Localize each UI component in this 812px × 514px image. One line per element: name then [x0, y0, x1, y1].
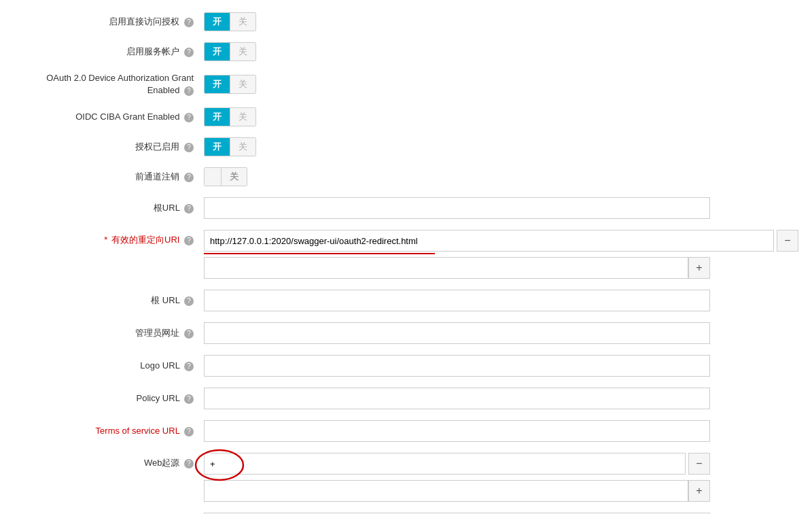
toggle-direct-access[interactable]: 开 关	[204, 12, 256, 31]
toggle-device-auth[interactable]: 开 关	[204, 75, 256, 94]
settings-form: 启用直接访问授权 ? 开 关 启用服务帐户 ? 开 关 OAuth 2.0 De…	[0, 0, 812, 514]
input-add-redirect[interactable]	[204, 257, 688, 279]
control-web-origins: − +	[204, 453, 798, 502]
label-root-url2: 根 URL ?	[14, 294, 204, 307]
row-policy-url: Policy URL ?	[0, 382, 812, 415]
toggle-on-front-channel[interactable]: 关	[222, 168, 247, 186]
help-icon-logo-url[interactable]: ?	[184, 362, 194, 371]
help-icon-admin-url[interactable]: ?	[184, 329, 194, 339]
help-icon-policy-url[interactable]: ?	[184, 394, 194, 404]
row-root-url: 根URL ?	[0, 192, 812, 224]
row-redirect-uri: * 有效的重定向URI ? − +	[0, 224, 812, 284]
control-service-account: 开 关	[204, 42, 798, 61]
row-front-channel: 前通道注销 ? 关	[0, 162, 812, 192]
row-direct-access: 启用直接访问授权 ? 开 关	[0, 7, 812, 37]
label-ciba-grant: OIDC CIBA Grant Enabled ?	[14, 111, 204, 123]
input-admin-url[interactable]	[204, 322, 710, 344]
control-logo-url	[204, 355, 798, 377]
help-icon-redirect-uri[interactable]: ?	[184, 236, 194, 245]
help-icon-authorization[interactable]: ?	[184, 143, 194, 152]
row-tos-url: Terms of service URL ?	[0, 415, 812, 447]
help-icon-web-origins[interactable]: ?	[184, 459, 194, 468]
toggle-off-authorization[interactable]: 关	[230, 138, 255, 156]
remove-redirect-btn[interactable]: −	[777, 230, 798, 252]
input-logo-url[interactable]	[204, 355, 710, 377]
control-front-channel: 关	[204, 167, 798, 186]
control-ciba-grant: 开 关	[204, 107, 798, 126]
toggle-on-ciba-grant[interactable]: 开	[205, 108, 230, 126]
row-root-url2: 根 URL ?	[0, 284, 812, 317]
control-policy-url	[204, 388, 798, 409]
input-policy-url[interactable]	[204, 388, 710, 409]
label-policy-url: Policy URL ?	[14, 392, 204, 405]
row-device-auth: OAuth 2.0 Device Authorization Grant Ena…	[0, 67, 812, 102]
toggle-off-device-auth[interactable]: 关	[230, 75, 255, 93]
control-direct-access: 开 关	[204, 12, 798, 31]
add-redirect-row: +	[204, 257, 710, 279]
help-icon-service-account[interactable]: ?	[184, 48, 194, 57]
toggle-authorization[interactable]: 开 关	[204, 137, 256, 156]
control-authorization: 开 关	[204, 137, 798, 156]
label-tos-url: Terms of service URL ?	[14, 425, 204, 437]
control-root-url2	[204, 290, 798, 311]
row-backchannel-url: Backchannel Logout URL ?	[0, 507, 812, 514]
help-icon-root-url[interactable]: ?	[184, 204, 194, 213]
row-web-origins: Web起源 ? − +	[0, 447, 812, 507]
control-tos-url	[204, 420, 798, 442]
row-admin-url: 管理员网址 ?	[0, 317, 812, 349]
remove-web-origin-btn[interactable]: −	[688, 453, 710, 475]
input-web-origin[interactable]	[204, 453, 686, 475]
input-root-url2[interactable]	[204, 290, 710, 311]
toggle-front-channel[interactable]: 关	[204, 167, 247, 186]
label-device-auth: OAuth 2.0 Device Authorization Grant Ena…	[14, 72, 204, 97]
toggle-on-authorization[interactable]: 开	[205, 138, 230, 156]
row-ciba-grant: OIDC CIBA Grant Enabled ? 开 关	[0, 102, 812, 132]
toggle-ciba-grant[interactable]: 开 关	[204, 107, 256, 126]
add-web-origin-btn[interactable]: +	[688, 480, 710, 502]
help-icon-root-url2[interactable]: ?	[184, 296, 194, 306]
toggle-off-ciba-grant[interactable]: 关	[230, 108, 255, 126]
control-root-url	[204, 197, 798, 219]
add-redirect-btn[interactable]: +	[688, 257, 710, 279]
label-authorization: 授权已启用 ?	[14, 141, 204, 153]
toggle-off-front-channel[interactable]	[205, 168, 222, 186]
label-logo-url: Logo URL ?	[14, 360, 204, 372]
help-icon-ciba-grant[interactable]: ?	[184, 113, 194, 122]
input-add-web-origin[interactable]	[204, 480, 688, 502]
help-icon-tos-url[interactable]: ?	[184, 427, 194, 436]
help-icon-front-channel[interactable]: ?	[184, 173, 194, 182]
toggle-off-service-account[interactable]: 关	[230, 43, 255, 61]
label-service-account: 启用服务帐户 ?	[14, 46, 204, 58]
add-web-origin-row: +	[204, 480, 710, 502]
label-admin-url: 管理员网址 ?	[14, 327, 204, 339]
toggle-on-direct-access[interactable]: 开	[205, 13, 230, 31]
row-authorization: 授权已启用 ? 开 关	[0, 132, 812, 162]
control-device-auth: 开 关	[204, 75, 798, 94]
input-root-url[interactable]	[204, 197, 710, 219]
toggle-service-account[interactable]: 开 关	[204, 42, 256, 61]
row-service-account: 启用服务帐户 ? 开 关	[0, 37, 812, 67]
toggle-on-service-account[interactable]: 开	[205, 43, 230, 61]
label-front-channel: 前通道注销 ?	[14, 171, 204, 183]
label-direct-access: 启用直接访问授权 ?	[14, 16, 204, 28]
redirect-uri-row: −	[204, 230, 798, 252]
help-icon-direct-access[interactable]: ?	[184, 18, 194, 27]
help-icon-device-auth[interactable]: ?	[184, 86, 194, 96]
input-redirect-uri[interactable]	[204, 230, 774, 252]
web-origin-first-row: −	[204, 453, 710, 475]
redirect-underline	[204, 253, 435, 254]
toggle-on-device-auth[interactable]: 开	[205, 75, 230, 93]
row-logo-url: Logo URL ?	[0, 349, 812, 382]
control-admin-url	[204, 322, 798, 344]
control-redirect-uri: − +	[204, 230, 798, 279]
label-web-origins: Web起源 ?	[14, 453, 204, 469]
required-star: *	[104, 235, 107, 245]
toggle-off-direct-access[interactable]: 关	[230, 13, 255, 31]
label-redirect-uri: * 有效的重定向URI ?	[14, 230, 204, 246]
input-tos-url[interactable]	[204, 420, 710, 442]
label-root-url: 根URL ?	[14, 202, 204, 214]
